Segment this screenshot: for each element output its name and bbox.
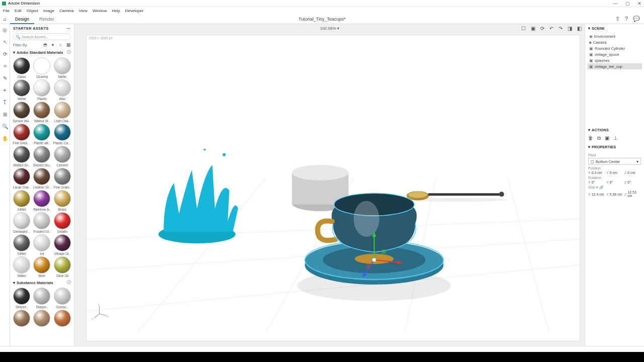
material-swatch[interactable]: Beer bbox=[32, 256, 51, 278]
assets-panel-title[interactable]: STARTER ASSETS bbox=[13, 26, 49, 31]
vp-refresh-icon[interactable]: ⟳ bbox=[540, 26, 544, 31]
material-swatch[interactable]: Plastic Can.. bbox=[53, 124, 72, 145]
menu-help[interactable]: Help bbox=[112, 9, 120, 13]
material-swatch[interactable]: Water bbox=[12, 256, 31, 278]
material-swatch[interactable]: Plastic bbox=[32, 79, 51, 101]
menu-object[interactable]: Object bbox=[27, 9, 38, 13]
material-swatch[interactable]: Cement bbox=[53, 146, 72, 167]
material-swatch[interactable]: Fine Green.. bbox=[12, 124, 31, 145]
menu-developer[interactable]: Developer bbox=[125, 9, 143, 13]
section-substance[interactable]: Substance Materials bbox=[17, 281, 53, 285]
material-swatch[interactable]: Matte bbox=[53, 57, 72, 78]
select-tool-icon[interactable]: ↖ bbox=[2, 38, 9, 45]
zoom-tool-icon[interactable]: 🔍 bbox=[2, 123, 9, 130]
material-swatch[interactable]: Glossy .. bbox=[53, 288, 72, 309]
search-input[interactable]: 🔍 Search Assets... bbox=[13, 33, 71, 40]
add-tool-icon[interactable]: + bbox=[2, 86, 9, 94]
pos-z[interactable]: Z6 cm bbox=[624, 171, 641, 174]
filter-models-icon[interactable]: ◓ bbox=[43, 42, 47, 47]
align-floor-icon[interactable]: ⊥ bbox=[613, 135, 618, 141]
material-swatch[interactable]: Rainbow A.. bbox=[32, 190, 51, 211]
sampler-tool-icon[interactable]: ✎ bbox=[2, 74, 9, 81]
target-icon[interactable]: ◎ bbox=[2, 26, 9, 33]
material-swatch[interactable]: Striped Sto.. bbox=[32, 146, 51, 167]
rot-y[interactable]: Y0° bbox=[606, 180, 623, 184]
filter-materials-icon[interactable]: ● bbox=[51, 42, 54, 47]
vp-redo-icon[interactable]: ↷ bbox=[558, 26, 562, 31]
align-tool-icon[interactable]: ⊞ bbox=[2, 111, 9, 118]
material-swatch[interactable]: Glitter bbox=[12, 234, 31, 255]
duplicate-icon[interactable]: ⧉ bbox=[597, 135, 601, 141]
menu-edit[interactable]: Edit bbox=[15, 9, 22, 13]
mode-design[interactable]: Design bbox=[10, 14, 34, 24]
section-materials[interactable]: Adobe Standard Materials bbox=[17, 50, 63, 55]
chevron-down-icon[interactable]: ▾ bbox=[13, 50, 15, 55]
rot-x[interactable]: X0° bbox=[588, 180, 605, 184]
scene-node[interactable]: ▣Rounded Cylinder bbox=[587, 45, 642, 51]
hand-tool-icon[interactable]: ✋ bbox=[2, 135, 9, 142]
menu-view[interactable]: View bbox=[79, 9, 88, 13]
scene-node[interactable]: ▣splashes bbox=[587, 57, 642, 63]
menu-image[interactable]: Image bbox=[43, 9, 54, 13]
close-button[interactable]: ✕ bbox=[637, 1, 642, 6]
size-x[interactable]: X12.4 cm bbox=[588, 191, 605, 198]
minimize-button[interactable]: — bbox=[613, 1, 618, 6]
material-swatch[interactable]: Striped.. bbox=[12, 288, 31, 309]
material-swatch[interactable]: Damaged .. bbox=[12, 212, 31, 233]
scene-node[interactable]: ◉Environment bbox=[587, 33, 642, 39]
vp-settings-icon[interactable]: ◧ bbox=[577, 26, 582, 31]
info-icon[interactable]: ⓘ bbox=[67, 280, 71, 285]
vp-frame-icon[interactable]: ☐ bbox=[521, 26, 526, 31]
material-swatch[interactable]: Gelatin bbox=[53, 212, 72, 233]
rot-z[interactable]: Z0° bbox=[624, 180, 641, 184]
orbit-tool-icon[interactable]: ⟳ bbox=[2, 50, 9, 57]
scene-node[interactable]: ■Camera bbox=[587, 39, 642, 45]
info-icon[interactable]: ⓘ bbox=[67, 50, 71, 55]
pos-y[interactable]: Y0 cm bbox=[606, 171, 623, 174]
material-swatch[interactable]: Large Grai.. bbox=[12, 168, 31, 189]
share-icon[interactable]: ⇪ bbox=[615, 16, 620, 22]
material-swatch[interactable]: Melted Sn.. bbox=[12, 146, 31, 167]
material-swatch[interactable]: Plastic wit.. bbox=[32, 124, 51, 145]
filter-images-icon[interactable]: ▦ bbox=[66, 42, 71, 47]
wand-tool-icon[interactable]: ✧ bbox=[2, 62, 9, 69]
panel-menu-icon[interactable]: ⋯ bbox=[66, 26, 71, 31]
group-icon[interactable]: ▣ bbox=[605, 135, 609, 141]
vp-camera-icon[interactable]: ▣ bbox=[531, 26, 535, 31]
scene-node[interactable]: ▣vintage_spoon bbox=[587, 51, 642, 57]
chevron-down-icon[interactable]: ▾ bbox=[588, 26, 590, 31]
help-icon[interactable]: ? bbox=[625, 16, 628, 22]
material-swatch[interactable]: Olive Oil bbox=[53, 256, 72, 278]
material-swatch[interactable]: Light Oak.. bbox=[53, 102, 72, 123]
material-swatch[interactable]: Brass bbox=[53, 190, 72, 211]
material-swatch[interactable]: Walnut W.. bbox=[32, 102, 51, 123]
material-swatch[interactable]: Vitrage Gl.. bbox=[53, 234, 72, 255]
chat-icon[interactable]: 💬 bbox=[633, 16, 640, 22]
menu-file[interactable]: File bbox=[3, 9, 10, 13]
pivot-select[interactable]: ◻Bottom Center ▾ bbox=[588, 158, 641, 165]
menu-window[interactable]: Window bbox=[93, 9, 107, 13]
material-swatch[interactable]: Ice bbox=[32, 234, 51, 255]
zoom-control[interactable]: 102.08%▾ bbox=[320, 26, 339, 31]
material-swatch[interactable]: Leather Gr.. bbox=[32, 168, 51, 189]
delete-icon[interactable]: 🗑 bbox=[588, 135, 593, 141]
filter-lights-icon[interactable]: ☼ bbox=[58, 42, 62, 47]
chevron-down-icon[interactable]: ▾ bbox=[13, 281, 15, 285]
material-swatch[interactable]: Fine Grain.. bbox=[53, 168, 72, 189]
material-swatch[interactable]: Glitter bbox=[12, 190, 31, 211]
material-swatch[interactable]: Diagon.. bbox=[32, 288, 51, 309]
mode-render[interactable]: Render bbox=[34, 14, 59, 24]
material-swatch[interactable]: Glass bbox=[12, 57, 31, 78]
size-y[interactable]: Y5.36 cm bbox=[606, 191, 623, 198]
material-swatch[interactable] bbox=[12, 310, 31, 327]
size-z[interactable]: Z12.53 cm bbox=[624, 191, 641, 198]
material-swatch[interactable]: Glowing bbox=[32, 57, 51, 78]
material-swatch[interactable]: Spruce Wo.. bbox=[12, 102, 31, 123]
vp-render-icon[interactable]: ◨ bbox=[568, 26, 572, 31]
material-swatch[interactable] bbox=[53, 310, 72, 327]
vp-undo-icon[interactable]: ↶ bbox=[549, 26, 553, 31]
maximize-button[interactable]: ▢ bbox=[625, 1, 630, 6]
material-swatch[interactable]: Wax bbox=[53, 79, 72, 101]
pos-x[interactable]: X0.4 cm bbox=[588, 171, 605, 174]
material-swatch[interactable]: Metal bbox=[12, 79, 31, 101]
